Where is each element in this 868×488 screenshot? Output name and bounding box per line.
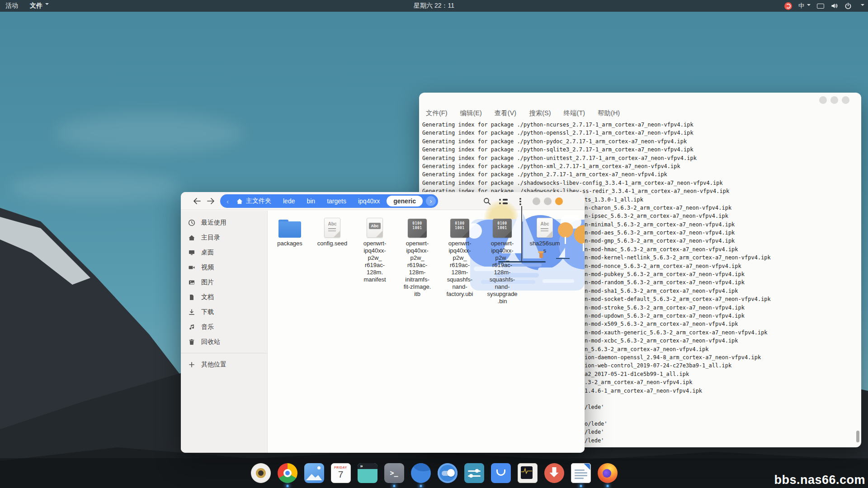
display-icon[interactable]	[817, 4, 824, 9]
input-method-label: 中	[798, 2, 804, 10]
folder-icon	[269, 216, 311, 238]
file-item[interactable]: Abcsha256sum s	[524, 216, 566, 254]
dock-icon-terminal[interactable]: >_	[384, 463, 404, 483]
breadcrumb-item[interactable]: bin	[301, 197, 321, 205]
dock-icon-writer[interactable]	[571, 463, 591, 483]
file-item[interactable]: Abcconfig.seed	[311, 216, 353, 247]
close-button[interactable]	[842, 96, 849, 104]
sidebar: 最近使用主目录桌面视频图片文档下载音乐回收站其他位置	[181, 211, 268, 453]
breadcrumb-item[interactable]: ipq40xx	[352, 197, 386, 205]
abc-label: Abc	[325, 221, 340, 226]
app-menu-label: 文件	[30, 2, 42, 9]
terminal-line: Generating index for package ./shadowsoc…	[422, 179, 856, 187]
input-method-indicator[interactable]: 中	[798, 2, 811, 10]
breadcrumb-item[interactable]: lede	[277, 197, 301, 205]
sidebar-item-image[interactable]: 图片	[181, 275, 267, 290]
terminal-menu-item[interactable]: 编辑(E)	[460, 109, 482, 117]
breadcrumb-item[interactable]: targets	[321, 197, 352, 205]
breadcrumb-item[interactable]: 主文件夹	[231, 197, 277, 205]
activities-button[interactable]: 活动	[5, 2, 18, 10]
forward-button[interactable]	[205, 195, 217, 207]
back-button[interactable]	[191, 195, 203, 207]
terminal-line: Generating index for package ./python-nc…	[422, 121, 856, 129]
menu-button[interactable]	[514, 195, 526, 207]
running-indicator	[393, 485, 395, 487]
dock-icon-system-monitor[interactable]	[518, 463, 538, 483]
binary-file-icon: 0100 1001	[493, 219, 512, 238]
terminal-menu-item[interactable]: 搜索(S)	[529, 109, 551, 117]
sidebar-item-label: 其他位置	[201, 361, 226, 369]
dock-icon-music-player[interactable]	[251, 463, 271, 483]
sidebar-item-label: 桌面	[201, 249, 214, 257]
terminal-menu-item[interactable]: 帮助(H)	[598, 109, 620, 117]
view-toggle-button[interactable]	[497, 195, 509, 207]
file-name: openwrt- ipq40xx- p2w_ r619ac- 128m. man…	[354, 240, 396, 283]
sidebar-item-plus[interactable]: 其他位置	[181, 357, 267, 372]
close-button[interactable]	[555, 197, 563, 205]
volume-icon[interactable]	[830, 2, 838, 9]
terminal-line: Generating index for package ./python-xm…	[422, 162, 856, 170]
chevron-down-icon[interactable]	[861, 4, 864, 8]
sidebar-item-document[interactable]: 文档	[181, 290, 267, 305]
dock-icon-app-store[interactable]	[491, 463, 511, 483]
search-button[interactable]	[481, 195, 493, 207]
running-indicator	[580, 485, 582, 487]
dock-icon-video-editor[interactable]: »	[358, 463, 377, 483]
video-icon	[188, 263, 195, 271]
running-indicator	[606, 485, 609, 487]
binary-file-icon: 0100 1001	[408, 219, 427, 238]
file-name: packages	[269, 240, 311, 247]
running-indicator	[420, 485, 422, 487]
dock-icon-firefox[interactable]	[598, 463, 618, 483]
terminal-menu-item[interactable]: 终端(T)	[564, 109, 585, 117]
power-icon[interactable]	[844, 2, 852, 9]
file-item[interactable]: 0100 1001openwrt- ipq40xx- p2w_ r619ac- …	[481, 216, 523, 305]
sidebar-item-video[interactable]: 视频	[181, 260, 267, 275]
sidebar-item-recent[interactable]: 最近使用	[181, 215, 267, 230]
maximize-button[interactable]	[544, 197, 552, 205]
abc-label: Abc	[537, 221, 552, 226]
sidebar-item-label: 回收站	[201, 338, 220, 346]
clock[interactable]: 星期六 22：11	[414, 2, 454, 10]
breadcrumb-current[interactable]: generic	[387, 196, 423, 206]
breadcrumb-label: bin	[307, 197, 315, 205]
terminal-titlebar[interactable]	[419, 93, 861, 107]
breadcrumb-label: 主文件夹	[246, 197, 271, 205]
dock-icon-settings-switch[interactable]	[438, 463, 458, 483]
dock-icon-files[interactable]	[411, 463, 431, 483]
binary-file-icon: 0100 1001	[450, 219, 469, 238]
sidebar-item-music[interactable]: 音乐	[181, 319, 267, 334]
file-item[interactable]: packages	[269, 216, 311, 247]
file-item[interactable]: Abcopenwrt- ipq40xx- p2w_ r619ac- 128m. …	[354, 216, 396, 283]
trash-icon	[188, 338, 195, 346]
text-file-icon: Abc	[311, 216, 353, 238]
kebab-menu-icon	[519, 197, 521, 206]
dock-icon-tweaks[interactable]	[464, 463, 484, 483]
sidebar-item-trash[interactable]: 回收站	[181, 334, 267, 349]
chevron-left-icon[interactable]: ‹	[225, 197, 231, 205]
terminal-menu-item[interactable]: 文件(F)	[426, 109, 448, 117]
view-toggle-icon	[499, 198, 508, 204]
terminal-scrollbar[interactable]	[856, 431, 859, 442]
dock-icon-calendar[interactable]: FRIDAY7	[331, 463, 351, 483]
minimize-button[interactable]	[533, 197, 540, 205]
dock-icon-chrome[interactable]	[278, 463, 297, 483]
sidebar-item-download[interactable]: 下载	[181, 305, 267, 319]
app-menu[interactable]: 文件	[30, 2, 49, 10]
terminal-menu-item[interactable]: 查看(V)	[495, 109, 516, 117]
update-icon[interactable]	[784, 2, 792, 10]
top-bar: 活动 文件 星期六 22：11 中	[0, 0, 868, 12]
terminal-line: Generating index for package ./python-py…	[422, 137, 856, 145]
dock-icon-downloader[interactable]	[544, 463, 564, 483]
file-item[interactable]: 0100 1001openwrt- ipq40xx- p2w_ r619ac- …	[396, 216, 438, 298]
chevron-right-icon[interactable]: ›	[426, 196, 436, 206]
maximize-button[interactable]	[830, 96, 838, 104]
dock-icon-photos[interactable]	[304, 463, 324, 483]
sidebar-item-home[interactable]: 主目录	[181, 230, 267, 245]
file-item[interactable]: 0100 1001openwrt- ipq40xx- p2w_ r619ac- …	[439, 216, 481, 298]
breadcrumb-label: lede	[283, 197, 295, 205]
minimize-button[interactable]	[819, 96, 827, 104]
sidebar-item-desktop[interactable]: 桌面	[181, 245, 267, 260]
download-icon	[188, 308, 195, 316]
terminal-line: Generating index for package ./python-op…	[422, 129, 856, 137]
